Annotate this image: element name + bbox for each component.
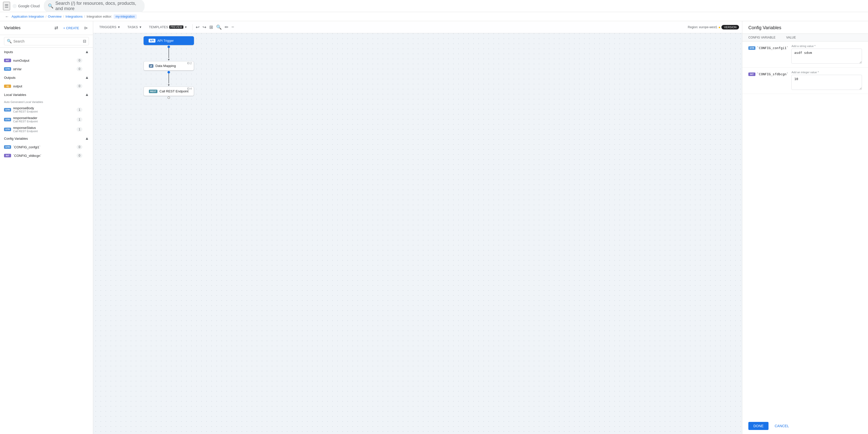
top-bar: ☰ Google Cloud 🔍 Search (/) for resource… bbox=[0, 0, 868, 12]
outputs-section-header[interactable]: Outputs ▲ bbox=[0, 73, 93, 82]
triggers-label: TRIGGERS bbox=[99, 25, 116, 29]
inputs-section-header[interactable]: Inputs ▲ bbox=[0, 47, 93, 56]
filter-icon[interactable]: ⊟ bbox=[83, 39, 86, 43]
inputs-section-content: INT numOutput 0 ⋮ STR strVar 0 ⋮ bbox=[0, 56, 93, 73]
var-name-numoutput: numOutput bbox=[13, 59, 74, 62]
var-name-responsestatus: responseStatus bbox=[13, 126, 74, 130]
list-item: INT numOutput 0 ⋮ bbox=[0, 56, 93, 65]
rest-badge: REST bbox=[149, 90, 157, 93]
right-panel-footer: DONE CANCEL bbox=[742, 418, 868, 434]
connector-dot-1 bbox=[167, 45, 170, 48]
var-name-config2: `CONFIG_sfdbcgn` bbox=[13, 154, 74, 158]
left-panel-header: Variables ⇄ + CREATE ⊳ bbox=[0, 21, 93, 35]
data-mapping-id: ID:2 bbox=[187, 62, 192, 65]
type-badge-str: STR bbox=[4, 67, 11, 71]
rest-endpoint-node[interactable]: REST Call REST Endpoint ID:4 bbox=[144, 87, 194, 96]
brush-button[interactable]: ✏ bbox=[224, 24, 229, 31]
zoom-button[interactable]: 🔍 bbox=[215, 24, 223, 31]
status-dot: ● bbox=[718, 25, 720, 29]
layout-button[interactable]: ⊞ bbox=[208, 24, 214, 31]
var-name-responsebody: responseBody bbox=[13, 106, 74, 110]
preview-chip: PREVIEW bbox=[169, 26, 183, 29]
var-count: 1 bbox=[76, 107, 82, 112]
breadcrumb-editor-label: Integration editor: bbox=[87, 14, 112, 19]
connector-arrow-1: ▼ bbox=[167, 58, 170, 61]
auto-generated-label: Auto Generated Local Variables bbox=[4, 100, 43, 103]
var-name-config1: `CONFIG_confgi1` bbox=[13, 145, 74, 149]
col-header-name: Config Variable bbox=[748, 36, 786, 39]
menu-icon[interactable]: ☰ bbox=[3, 2, 10, 10]
breadcrumb-integrations[interactable]: Integrations bbox=[65, 14, 83, 19]
config-table: Config Variable Value STR `CONFIG_confgi… bbox=[742, 34, 868, 418]
canvas-area: TRIGGERS ▼ TASKS ▼ TEMPLATES PREVIEW ▼ ↩… bbox=[93, 21, 742, 434]
right-panel-header: Config Variables bbox=[742, 21, 868, 34]
type-badge-int: INT bbox=[4, 59, 11, 62]
connector-top: API API Trigger ▼ bbox=[144, 36, 194, 61]
outputs-section-title: Outputs bbox=[4, 76, 16, 79]
connector-middle: ⇄ Data Mapping ID:2 ▼ bbox=[144, 61, 194, 87]
search-input[interactable] bbox=[13, 39, 81, 43]
main-layout: Variables ⇄ + CREATE ⊳ 🔍 ⊟ Inputs ▲ INT … bbox=[0, 21, 868, 434]
api-trigger-node[interactable]: API API Trigger bbox=[144, 36, 194, 45]
done-button[interactable]: DONE bbox=[748, 422, 769, 430]
type-badge-str: STR bbox=[4, 128, 11, 131]
templates-button[interactable]: TEMPLATES PREVIEW ▼ bbox=[146, 24, 190, 30]
redo-button[interactable]: ↪ bbox=[202, 24, 207, 31]
search-icon: 🔍 bbox=[7, 39, 12, 43]
var-count: 1 bbox=[76, 127, 82, 132]
back-button[interactable]: ← bbox=[4, 13, 10, 20]
undo-button[interactable]: ↩ bbox=[195, 24, 200, 31]
global-search-box[interactable]: 🔍 Search (/) for resources, docs, produc… bbox=[44, 0, 145, 13]
minus-button[interactable]: − bbox=[230, 24, 235, 31]
type-badge-str-config1: STR bbox=[748, 46, 755, 50]
connector-arrow-2: ▼ bbox=[167, 84, 170, 87]
config-value-input-1[interactable]: asdf sdvm bbox=[792, 48, 862, 64]
var-count: 0 bbox=[76, 153, 82, 158]
var-name-strvar: strVar bbox=[13, 67, 74, 71]
triggers-button[interactable]: TRIGGERS ▼ bbox=[96, 24, 123, 30]
connector-line-2 bbox=[168, 73, 169, 84]
list-item: INT `CONFIG_sfdbcgn` 0 ⋮ bbox=[0, 151, 93, 160]
cancel-button[interactable]: CANCEL bbox=[772, 422, 792, 430]
config-var-info-2: INT `CONFIG_sfdbcgn` bbox=[748, 71, 788, 76]
var-count: 0 bbox=[76, 84, 82, 88]
config-variables-section-content: STR `CONFIG_confgi1` 0 ⋮ INT `CONFIG_sfd… bbox=[0, 143, 93, 160]
type-badge-int: INT bbox=[4, 154, 11, 157]
tasks-button[interactable]: TASKS ▼ bbox=[124, 24, 145, 30]
outputs-section-content: J{} output 0 ⋮ bbox=[0, 82, 93, 90]
breadcrumb-overview[interactable]: Overview bbox=[48, 14, 61, 19]
local-variables-section-header[interactable]: Local Variables ▲ bbox=[0, 90, 93, 99]
data-mapping-node[interactable]: ⇄ Data Mapping ID:2 bbox=[144, 61, 194, 70]
list-item: STR `CONFIG_confgi1` 0 ⋮ bbox=[0, 143, 93, 151]
config-var-name-2: `CONFIG_sfdbcgn` bbox=[757, 72, 788, 76]
data-mapping-label: Data Mapping bbox=[155, 64, 176, 68]
api-trigger-label: API Trigger bbox=[157, 39, 174, 42]
breadcrumb-app-integration[interactable]: Application Integration bbox=[11, 14, 44, 19]
right-panel-title: Config Variables bbox=[748, 25, 862, 30]
google-cloud-logo: Google Cloud bbox=[12, 3, 40, 8]
config-variables-chevron-icon: ▲ bbox=[85, 136, 89, 141]
canvas-toolbar: TRIGGERS ▼ TASKS ▼ TEMPLATES PREVIEW ▼ ↩… bbox=[93, 21, 742, 33]
config-variables-section-header[interactable]: Config Variables ▲ bbox=[0, 134, 93, 143]
config-var-name-1: `CONFIG_confgi1` bbox=[757, 46, 788, 50]
variables-list: Inputs ▲ INT numOutput 0 ⋮ STR strVar 0 … bbox=[0, 47, 93, 434]
collapse-panel-icon[interactable]: ⊳ bbox=[83, 24, 89, 32]
create-button[interactable]: + CREATE bbox=[61, 25, 81, 31]
region-badge: Region: europe-west1 ● VERSION bbox=[688, 25, 739, 29]
data-badge: ⇄ bbox=[149, 64, 153, 68]
breadcrumb: ← Application Integration / Overview / I… bbox=[0, 12, 868, 21]
config-value-input-2[interactable]: 10 bbox=[792, 75, 862, 90]
right-panel: Config Variables Config Variable Value S… bbox=[742, 21, 868, 434]
type-badge-str: STR bbox=[4, 108, 11, 111]
config-var-info-1: STR `CONFIG_confgi1` bbox=[748, 44, 788, 50]
col-header-value: Value bbox=[786, 36, 862, 39]
config-value-area-1: Add a string value * asdf sdvm bbox=[792, 44, 862, 64]
rest-endpoint-label: Call REST Endpoint bbox=[159, 89, 188, 93]
type-badge-int-config2: INT bbox=[748, 72, 755, 76]
search-icon: 🔍 bbox=[48, 3, 53, 9]
type-badge-str: STR bbox=[4, 145, 11, 149]
swap-icon[interactable]: ⇄ bbox=[53, 24, 59, 32]
connector-dot-2 bbox=[167, 71, 170, 73]
flow-diagram: API API Trigger ▼ ⇄ Data Mapping ID:2 ▼ bbox=[144, 36, 194, 99]
list-item: STR responseBody Call REST Endpoint 1 ⋮ bbox=[0, 105, 93, 114]
